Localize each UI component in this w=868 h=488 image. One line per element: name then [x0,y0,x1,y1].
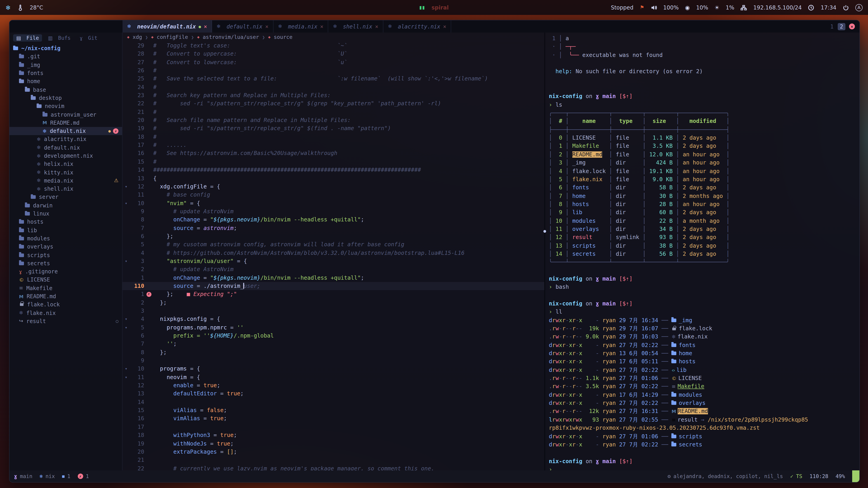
systemd-flag-icon[interactable]: ⚑ [640,4,644,10]
code-line[interactable]: 11 # base config [123,191,544,199]
tree-item[interactable]: modules [9,234,122,243]
window-separator[interactable] [544,33,545,470]
code-line[interactable]: 2 }; [123,298,544,307]
neotree-tab-git[interactable]: ɣGit [76,34,101,41]
code-line[interactable]: 18# [123,133,544,141]
code-line[interactable]: 17 [123,423,544,431]
breadcrumb-item[interactable]: configFile [157,34,188,40]
volume-icon[interactable] [651,4,657,11]
code-line[interactable]: 19 withNodeJs = true; [123,440,544,448]
diagnostic-info-segment[interactable]: ■ 1 [62,473,70,480]
code-line[interactable]: ▾5 programs.npm.npmrc = '' [123,323,544,332]
code-line[interactable]: 5 # my cusotom astronvim config, astronv… [123,240,544,249]
code-line[interactable]: 20 extraPackages = []; [123,448,544,456]
fold-icon[interactable] [123,141,130,149]
brightness-icon[interactable]: ☀ [715,4,719,11]
fold-icon[interactable] [123,116,130,125]
fold-icon[interactable] [123,307,130,315]
fold-icon[interactable]: ▾ [123,323,130,332]
fold-icon[interactable] [123,207,130,216]
fold-icon[interactable] [123,75,130,83]
fold-icon[interactable] [123,415,130,423]
code-line[interactable]: 22 # currently we use lazy.nvim as neovi… [123,464,544,470]
tree-item[interactable]: ❄development.nix [9,152,122,160]
code-line[interactable]: ▾12 xdg.configFile = { [123,183,544,191]
code-line[interactable]: ▾10 programs = { [123,365,544,373]
code-line[interactable]: 17# ...... [123,141,544,149]
fold-icon[interactable] [123,50,130,58]
fold-icon[interactable] [123,83,130,91]
fold-icon[interactable] [123,133,130,141]
neotree-tab-file[interactable]: ▤File [13,34,42,41]
buffer-tab[interactable]: ❄default.nix× [212,20,274,33]
code-line[interactable]: 2 # update AstroNvim [123,265,544,274]
media-pause-icon[interactable]: ▮▮ [419,5,425,10]
git-branch-segment[interactable]: ɣ main [14,473,32,480]
fold-icon[interactable] [123,381,130,390]
code-line[interactable]: 25# Save the selected text to a file: `:… [123,75,544,83]
fold-icon[interactable] [123,440,130,448]
tree-item[interactable]: ɣ.gitignore [9,267,122,276]
code-line[interactable]: ▾3 "astronvim/lua/user" = { [123,257,544,265]
fold-icon[interactable]: ▾ [123,257,130,265]
neotree-tab-bufs[interactable]: ▥Bufs [45,34,74,41]
code-line[interactable]: 28# Convert to uppercase: `U` [123,50,544,58]
code-line[interactable]: 15 viAlias = false; [123,406,544,415]
nix-menu-icon[interactable]: ❄ [5,4,11,11]
code-line[interactable]: 27# Convert to lowercase: `u` [123,58,544,66]
tree-item[interactable]: astronvim_user [9,110,122,119]
disc-icon[interactable]: ◉ [685,4,690,11]
tabpage-2[interactable]: 2 [838,23,845,30]
code-line[interactable]: 16# See https://astronvim.com/Basic%20Us… [123,149,544,158]
breadcrumb-item[interactable]: xdg [133,34,142,40]
tree-item[interactable]: ❄flake.nix [9,309,122,317]
tree-item[interactable]: MREADME.md [9,292,122,301]
fold-icon[interactable] [123,273,130,282]
tree-item[interactable]: hosts [9,218,122,226]
tree-item[interactable]: overlays [9,242,122,251]
code-line[interactable]: 4 # https://github.com/AstroNvim/AstroNv… [123,249,544,257]
fold-icon[interactable] [123,340,130,348]
tree-item[interactable]: lib [9,226,122,234]
fold-icon[interactable] [123,125,130,133]
fold-icon[interactable]: ▾ [123,183,130,191]
fold-icon[interactable] [123,240,130,249]
network-icon[interactable] [741,4,747,11]
close-icon[interactable]: × [443,23,446,30]
close-icon[interactable]: × [204,23,207,30]
tree-item[interactable]: desktop [9,94,122,102]
tree-item[interactable]: base [9,86,122,94]
code-line[interactable]: 9 # update AstroNvim [123,207,544,216]
code-line[interactable]: ▾11 neovim = { [123,373,544,382]
diagnostic-error-segment[interactable]: ✗ 1 [78,473,89,480]
fold-icon[interactable] [123,91,130,100]
buffer-tab[interactable]: ❄alacritty.nix× [383,20,452,33]
code-editor[interactable]: 29# Toggle text's case: `~` 28# Convert … [123,41,544,470]
tree-item[interactable]: ❄default.nix●✗ [9,127,122,135]
scrollbar-dot[interactable] [544,230,546,233]
fold-icon[interactable]: ▾ [123,315,130,324]
fold-icon[interactable] [123,298,130,307]
fold-icon[interactable] [123,282,130,290]
fold-icon[interactable] [123,357,130,365]
fold-icon[interactable]: ▾ [123,365,130,373]
fold-icon[interactable] [123,149,130,158]
tree-item[interactable]: ❄shell.nix [9,185,122,193]
tree-item[interactable]: ❄media.nix⚠ [9,177,122,185]
fold-icon[interactable]: ▾ [123,199,130,207]
code-line[interactable]: 1✗ }; ■ Expecting ";" [123,290,544,299]
code-line[interactable]: 8 }; [123,348,544,357]
breadcrumb-item[interactable]: astronvim/lua/user [203,34,259,40]
code-line[interactable]: 29# Toggle text's case: `~` [123,41,544,50]
code-line[interactable]: ▾10 "nvim" = { [123,199,544,207]
fold-icon[interactable] [123,464,130,470]
code-line[interactable]: 23# Search key pattern and Replace in Mu… [123,91,544,100]
code-line[interactable]: 26# [123,66,544,75]
code-line[interactable]: 110 source = ./astronvim_user; [123,282,544,290]
fold-icon[interactable] [123,232,130,240]
code-line[interactable]: 18 withPython3 = true; [123,431,544,440]
code-line[interactable]: 3 [123,307,544,315]
code-line[interactable]: 21# [123,108,544,116]
file-tree[interactable]: ~/nix-config.git_imgfontshomebasedesktop… [9,42,122,470]
keyboard-layout-indicator[interactable]: A [855,4,863,11]
